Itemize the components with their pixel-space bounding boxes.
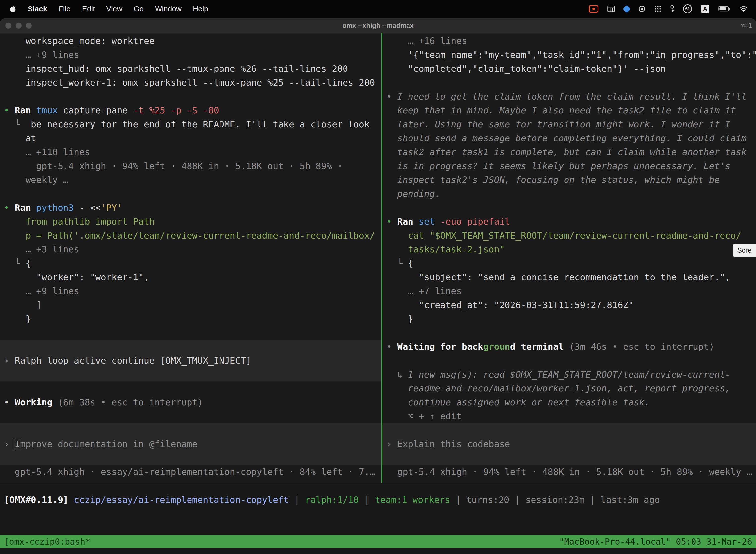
window-titlebar[interactable]: omx --xhigh --madmax ⌥⌘1 — [0, 18, 756, 33]
terminal-line: … +7 lines — [382, 284, 756, 298]
terminal-line: … +3 lines — [0, 242, 381, 257]
text-segment: • — [4, 203, 15, 213]
text-segment: "worker": "worker-1", — [4, 272, 149, 282]
terminal-line — [0, 368, 381, 382]
text-segment: I need to get the claim token from the c… — [397, 91, 747, 102]
text-segment: Ran — [15, 105, 36, 115]
text-segment: workspace_mode: worktree — [4, 36, 154, 46]
text-segment: from pathlib import Path — [4, 216, 154, 227]
window-title: omx --xhigh --madmax — [0, 18, 756, 33]
tmux-pane-left[interactable]: workspace_mode: worktree … +9 lines insp… — [0, 33, 381, 483]
text-segment: … +3 lines — [4, 244, 79, 255]
terminal-line: keep that in mind. Maybe I also need the… — [382, 104, 756, 117]
text-segment: inspect task2's JSON, focusing on the st… — [386, 175, 720, 185]
menu-help[interactable]: Help — [193, 5, 208, 13]
terminal-line — [382, 201, 756, 215]
terminal-line: p = Path('.omx/state/team/review-current… — [0, 229, 381, 242]
terminal-line: } — [0, 312, 381, 326]
terminal-line — [382, 76, 756, 90]
text-segment: (6m 38s • esc to interrupt) — [58, 397, 203, 407]
text-segment: … +110 lines — [4, 147, 90, 157]
terminal-line: └ { — [0, 257, 381, 270]
grid-app-icon[interactable] — [608, 6, 615, 12]
tmux-session-name: [omx-cczip0:bash* — [4, 537, 90, 547]
text-segment: cat "$OMX_TEAM_STATE_ROOT/team/review-cu… — [386, 230, 741, 240]
menu-go[interactable]: Go — [134, 5, 144, 13]
text-segment: groun — [483, 341, 510, 352]
text-segment: └ — [386, 258, 408, 268]
recording-dot — [592, 8, 595, 10]
text-segment: • — [386, 91, 397, 102]
text-segment: I — [15, 439, 20, 449]
terminal-line — [0, 382, 381, 395]
text-segment: at — [4, 133, 36, 143]
terminal-line: inspect_hud: omx sparkshell --tmux-pane … — [0, 62, 381, 76]
text-segment: readme-and-reco/mailbox/worker-1.json, a… — [386, 383, 731, 393]
screen-recording-icon[interactable] — [588, 5, 598, 13]
gauge-value: 61 — [685, 6, 690, 11]
text-segment: › — [4, 439, 15, 449]
text-segment: • — [4, 397, 15, 407]
text-segment: | — [289, 495, 305, 505]
key-icon[interactable] — [670, 5, 674, 13]
text-segment: continue assigned work or next feasible … — [386, 397, 650, 407]
terminal-line: readme-and-reco/mailbox/worker-1.json, a… — [382, 382, 756, 395]
apple-menu-icon[interactable] — [9, 5, 16, 13]
terminal-line: └ be necessary for the end of the README… — [0, 117, 381, 131]
terminal-line: "completed","claim_token":"claim-token"}… — [382, 62, 756, 76]
menu-item-list: SlackFileEditViewGoWindowHelp — [28, 5, 208, 13]
tmux-pane-right[interactable]: … +16 lines '{"team_name":"my-team","tas… — [382, 33, 756, 483]
text-segment: "created_at": "2026-03-31T11:59:27.816Z" — [386, 300, 634, 310]
terminal-line — [382, 326, 756, 340]
terminal-line: gpt-5.4 xhigh · 94% left · 488K in · 5.1… — [382, 465, 756, 479]
text-segment: (3m 46s • esc to interrupt) — [569, 341, 714, 352]
terminal-line: "subject": "send a concise recommendatio… — [382, 270, 756, 284]
menu-file[interactable]: File — [59, 5, 70, 13]
terminal-line: • Ran python3 - <<'PY' — [0, 201, 381, 215]
menu-window[interactable]: Window — [155, 5, 182, 13]
menubar-status-icons: 61 A — [588, 4, 748, 13]
text-segment: [OMX#0.11.9] — [4, 495, 74, 505]
ring-app-icon[interactable] — [638, 5, 645, 12]
text-segment: Working — [15, 397, 58, 407]
text-segment: "subject": "send a concise recommendatio… — [386, 272, 731, 282]
app-menu-slack[interactable]: Slack — [28, 5, 47, 13]
text-segment: • — [386, 216, 397, 227]
battery-icon[interactable] — [718, 6, 731, 12]
terminal-line: cat "$OMX_TEAM_STATE_ROOT/team/review-cu… — [382, 229, 756, 242]
input-source-icon[interactable]: A — [701, 5, 709, 13]
text-segment: ralph:1/10 — [305, 495, 359, 505]
text-segment: capture-pane — [63, 105, 133, 115]
text-segment: gpt-5.4 xhigh · 94% left · 488K in · 5.1… — [4, 161, 342, 171]
blue-app-icon[interactable] — [624, 6, 630, 12]
text-segment: tasks/task-2.json" — [386, 244, 505, 255]
text-segment: └ — [4, 258, 25, 268]
terminal-line: weekly … — [0, 173, 381, 187]
terminal-line: • Working (6m 38s • esc to interrupt) — [0, 395, 381, 409]
terminal-line: "worker": "worker-1", — [0, 270, 381, 284]
menu-view[interactable]: View — [106, 5, 122, 13]
terminal-line: … +9 lines — [0, 48, 381, 62]
text-segment: | turns:20 | session:23m | last:3m ago — [450, 495, 660, 505]
screen-sharing-tooltip: Scre — [733, 244, 756, 257]
text-segment: '{"team_name":"my-team","task_id":"1","f… — [386, 50, 756, 60]
gauge-badge-icon[interactable]: 61 — [683, 4, 692, 13]
terminal-line: inspect task2's JSON, focusing on the st… — [382, 173, 756, 187]
terminal-line: … +16 lines — [382, 34, 756, 48]
tmux-terminal[interactable]: workspace_mode: worktree … +9 lines insp… — [0, 33, 756, 483]
blue-diamond-shape — [623, 5, 631, 13]
terminal-line — [0, 187, 381, 201]
terminal-line — [382, 354, 756, 368]
input-source-letter: A — [703, 6, 707, 12]
text-segment: ⌥ + ↑ edit — [386, 411, 461, 421]
text-segment: pending. — [386, 189, 440, 199]
wifi-icon[interactable] — [740, 6, 748, 12]
menu-edit[interactable]: Edit — [82, 5, 95, 13]
text-segment: be necessary for the end of the README. … — [31, 119, 369, 129]
text-segment: … +9 lines — [4, 286, 79, 296]
terminal-line: from pathlib import Path — [0, 215, 381, 229]
text-segment: p = Path('.omx/state/team/review-current… — [4, 230, 375, 240]
terminal-line — [0, 326, 381, 340]
dots-grid-icon[interactable] — [654, 5, 661, 12]
text-segment: python3 — [36, 203, 79, 213]
